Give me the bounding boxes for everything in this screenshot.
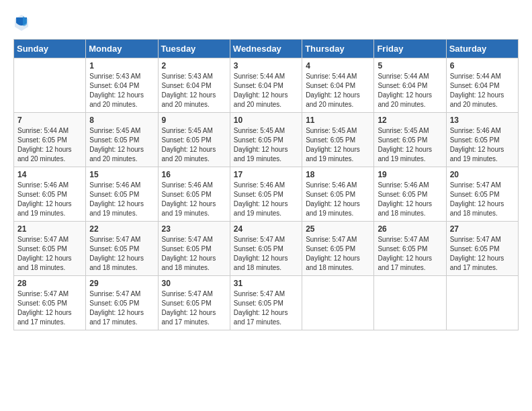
day-cell: 26Sunrise: 5:47 AMSunset: 6:05 PMDayligh…	[374, 222, 446, 276]
day-info: Sunrise: 5:47 AMSunset: 6:05 PMDaylight:…	[89, 235, 154, 273]
day-cell: 1Sunrise: 5:43 AMSunset: 6:04 PMDaylight…	[86, 58, 158, 113]
day-cell: 19Sunrise: 5:46 AMSunset: 6:05 PMDayligh…	[374, 167, 446, 222]
day-number: 13	[450, 116, 515, 125]
daylight-text: Daylight: 12 hours	[450, 200, 504, 208]
daylight-text-cont: and 18 minutes.	[450, 210, 498, 217]
daylight-text-cont: and 20 minutes.	[89, 155, 137, 163]
daylight-text-cont: and 18 minutes.	[17, 264, 65, 271]
sunrise-text: Sunrise: 5:47 AM	[450, 236, 501, 243]
week-row-1: 1Sunrise: 5:43 AMSunset: 6:04 PMDaylight…	[14, 58, 519, 113]
day-info: Sunrise: 5:47 AMSunset: 6:05 PMDaylight:…	[17, 289, 82, 327]
day-cell: 17Sunrise: 5:46 AMSunset: 6:05 PMDayligh…	[230, 167, 302, 222]
day-info: Sunrise: 5:44 AMSunset: 6:04 PMDaylight:…	[234, 72, 298, 109]
daylight-text: Daylight: 12 hours	[306, 91, 360, 99]
daylight-text-cont: and 19 minutes.	[89, 210, 137, 217]
week-row-4: 21Sunrise: 5:47 AMSunset: 6:05 PMDayligh…	[14, 222, 519, 276]
day-number: 4	[306, 61, 370, 71]
day-cell: 25Sunrise: 5:47 AMSunset: 6:05 PMDayligh…	[302, 222, 374, 276]
sunset-text: Sunset: 6:05 PM	[17, 136, 67, 144]
day-info: Sunrise: 5:45 AMSunset: 6:05 PMDaylight:…	[89, 126, 154, 164]
daylight-text-cont: and 19 minutes.	[162, 210, 210, 217]
day-info: Sunrise: 5:47 AMSunset: 6:05 PMDaylight:…	[306, 235, 370, 273]
daylight-text: Daylight: 12 hours	[450, 91, 504, 99]
sunrise-text: Sunrise: 5:47 AM	[378, 236, 429, 243]
sunrise-text: Sunrise: 5:46 AM	[378, 181, 429, 189]
day-number: 23	[162, 224, 226, 234]
day-info: Sunrise: 5:46 AMSunset: 6:05 PMDaylight:…	[450, 126, 515, 164]
daylight-text-cont: and 17 minutes.	[450, 264, 498, 271]
daylight-text: Daylight: 12 hours	[162, 146, 216, 153]
sunrise-text: Sunrise: 5:47 AM	[89, 236, 140, 243]
daylight-text-cont: and 20 minutes.	[17, 155, 65, 163]
day-number: 9	[162, 116, 226, 125]
day-cell: 14Sunrise: 5:46 AMSunset: 6:05 PMDayligh…	[14, 167, 86, 222]
day-cell: 4Sunrise: 5:44 AMSunset: 6:04 PMDaylight…	[302, 58, 374, 113]
day-number: 24	[234, 224, 298, 234]
daylight-text: Daylight: 12 hours	[378, 146, 432, 153]
sunrise-text: Sunrise: 5:47 AM	[89, 290, 140, 298]
sunrise-text: Sunrise: 5:45 AM	[234, 127, 285, 134]
sunrise-text: Sunrise: 5:44 AM	[378, 73, 429, 80]
day-cell: 16Sunrise: 5:46 AMSunset: 6:05 PMDayligh…	[158, 167, 230, 222]
sunrise-text: Sunrise: 5:43 AM	[162, 73, 213, 80]
sunrise-text: Sunrise: 5:47 AM	[450, 181, 501, 189]
sunrise-text: Sunrise: 5:46 AM	[162, 181, 213, 189]
day-number: 27	[450, 224, 515, 234]
day-number: 10	[234, 116, 298, 125]
day-info: Sunrise: 5:47 AMSunset: 6:05 PMDaylight:…	[162, 289, 226, 327]
col-header-sunday: Sunday	[14, 40, 86, 58]
sunset-text: Sunset: 6:05 PM	[306, 191, 355, 198]
daylight-text-cont: and 17 minutes.	[378, 264, 425, 271]
day-cell	[14, 58, 86, 113]
day-cell: 23Sunrise: 5:47 AMSunset: 6:05 PMDayligh…	[158, 222, 230, 276]
daylight-text: Daylight: 12 hours	[162, 309, 216, 316]
day-info: Sunrise: 5:43 AMSunset: 6:04 PMDaylight:…	[162, 72, 226, 109]
day-cell: 12Sunrise: 5:45 AMSunset: 6:05 PMDayligh…	[374, 113, 446, 167]
daylight-text-cont: and 19 minutes.	[306, 210, 353, 217]
sunset-text: Sunset: 6:05 PM	[89, 191, 139, 198]
sunset-text: Sunset: 6:05 PM	[450, 245, 500, 253]
daylight-text: Daylight: 12 hours	[378, 91, 432, 99]
daylight-text-cont: and 19 minutes.	[234, 155, 281, 163]
sunrise-text: Sunrise: 5:46 AM	[89, 181, 140, 189]
sunrise-text: Sunrise: 5:46 AM	[17, 181, 69, 189]
day-cell	[374, 276, 446, 330]
col-header-thursday: Thursday	[302, 40, 374, 58]
day-number: 1	[89, 61, 154, 71]
calendar-table: SundayMondayTuesdayWednesdayThursdayFrid…	[13, 39, 519, 330]
day-info: Sunrise: 5:47 AMSunset: 6:05 PMDaylight:…	[234, 289, 298, 327]
daylight-text-cont: and 18 minutes.	[378, 210, 425, 217]
daylight-text: Daylight: 12 hours	[162, 91, 216, 99]
day-number: 15	[89, 170, 154, 179]
day-info: Sunrise: 5:47 AMSunset: 6:05 PMDaylight:…	[17, 235, 82, 273]
daylight-text-cont: and 18 minutes.	[162, 264, 210, 271]
day-cell: 7Sunrise: 5:44 AMSunset: 6:05 PMDaylight…	[14, 113, 86, 167]
col-header-wednesday: Wednesday	[230, 40, 302, 58]
daylight-text: Daylight: 12 hours	[89, 146, 144, 153]
sunset-text: Sunset: 6:04 PM	[162, 82, 212, 89]
sunset-text: Sunset: 6:04 PM	[234, 82, 283, 89]
daylight-text: Daylight: 12 hours	[306, 255, 360, 262]
col-header-friday: Friday	[374, 40, 446, 58]
sunset-text: Sunset: 6:05 PM	[378, 245, 427, 253]
day-number: 22	[89, 224, 154, 234]
daylight-text: Daylight: 12 hours	[162, 200, 216, 208]
logo	[13, 13, 32, 32]
day-cell: 29Sunrise: 5:47 AMSunset: 6:05 PMDayligh…	[86, 276, 158, 330]
sunrise-text: Sunrise: 5:44 AM	[17, 127, 69, 134]
daylight-text-cont: and 18 minutes.	[306, 264, 353, 271]
day-info: Sunrise: 5:45 AMSunset: 6:05 PMDaylight:…	[162, 126, 226, 164]
day-number: 3	[234, 61, 298, 71]
sunset-text: Sunset: 6:05 PM	[89, 245, 139, 253]
sunrise-text: Sunrise: 5:45 AM	[89, 127, 140, 134]
day-number: 30	[162, 279, 226, 288]
day-number: 21	[17, 224, 82, 234]
col-header-saturday: Saturday	[446, 40, 518, 58]
daylight-text: Daylight: 12 hours	[306, 146, 360, 153]
day-info: Sunrise: 5:47 AMSunset: 6:05 PMDaylight:…	[234, 235, 298, 273]
sunrise-text: Sunrise: 5:47 AM	[234, 236, 285, 243]
daylight-text-cont: and 20 minutes.	[378, 101, 425, 108]
daylight-text-cont: and 19 minutes.	[378, 155, 425, 163]
header-row: SundayMondayTuesdayWednesdayThursdayFrid…	[14, 40, 519, 58]
day-cell: 11Sunrise: 5:45 AMSunset: 6:05 PMDayligh…	[302, 113, 374, 167]
